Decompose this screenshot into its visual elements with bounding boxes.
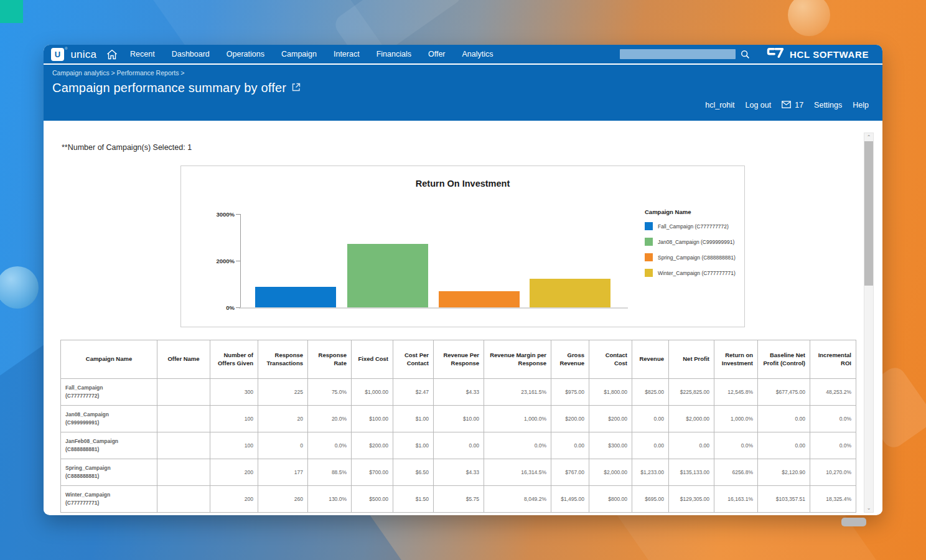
value-cell: 100 xyxy=(210,406,258,432)
offer-name-cell xyxy=(157,459,210,486)
report-content: **Number of Campaign(s) Selected: 1 Retu… xyxy=(44,121,882,514)
value-cell: $4.33 xyxy=(434,379,484,406)
home-icon[interactable] xyxy=(106,49,118,60)
offer-name-cell xyxy=(157,486,210,513)
campaign-name-cell: Jan08_Campaign(C999999991) xyxy=(61,406,157,432)
value-cell: $800.00 xyxy=(589,486,632,513)
app-window: U ® unica RecentDashboardOperationsCampa… xyxy=(44,45,882,515)
value-cell: 300 xyxy=(210,379,258,406)
nav-item-campaign[interactable]: Campaign xyxy=(281,50,317,58)
nav-items: RecentDashboardOperationsCampaignInterac… xyxy=(130,50,493,58)
help-link[interactable]: Help xyxy=(853,101,869,110)
bar-winter_campaign xyxy=(530,279,610,307)
column-header: Revenue Margin per Response xyxy=(484,340,551,379)
scroll-down-arrow-icon[interactable]: ⌄ xyxy=(864,504,873,512)
nav-item-analytics[interactable]: Analytics xyxy=(462,50,493,58)
value-cell: 0.00 xyxy=(632,406,669,432)
chart-legend: Campaign Name Fall_Campaign (C777777772)… xyxy=(645,208,743,284)
value-cell: $129,305.00 xyxy=(669,486,714,513)
nav-item-operations[interactable]: Operations xyxy=(227,50,264,58)
external-link-icon[interactable] xyxy=(291,82,301,95)
campaign-name-cell: Fall_Campaign(C777777772) xyxy=(61,379,157,406)
table-body: Fall_Campaign(C777777772)30022575.0%$1,0… xyxy=(61,379,856,513)
vertical-scrollbar[interactable]: ⌃ ⌄ xyxy=(864,133,874,513)
campaign-name-cell: Winter_Campaign(C777777771) xyxy=(61,486,157,513)
nav-item-dashboard[interactable]: Dashboard xyxy=(172,50,210,58)
value-cell: 0.0% xyxy=(810,406,856,432)
value-cell: 16,314.5% xyxy=(484,459,551,486)
legend-swatch xyxy=(645,253,653,261)
mail-count-badge: 17 xyxy=(795,101,803,110)
column-header: Revenue xyxy=(632,340,669,379)
column-header: Incremental ROI xyxy=(810,340,856,379)
nav-item-interact[interactable]: Interact xyxy=(334,50,360,58)
y-tick-label: 2000% xyxy=(210,258,235,264)
horizontal-scrollbar-fragment[interactable] xyxy=(841,518,866,526)
nav-item-offer[interactable]: Offer xyxy=(428,50,446,58)
value-cell: 48,253.2% xyxy=(810,379,856,406)
value-cell: 0.00 xyxy=(551,432,589,459)
unica-logo[interactable]: U ® unica xyxy=(51,48,96,61)
value-cell: $1,495.00 xyxy=(551,486,589,513)
value-cell: 1,000.0% xyxy=(484,406,551,432)
hcl-mark-icon xyxy=(766,47,785,61)
y-tick-label: 3000% xyxy=(210,211,235,218)
breadcrumb[interactable]: Campaign analytics > Performance Reports… xyxy=(52,69,882,77)
legend-items: Fall_Campaign (C777777772)Jan08_Campaign… xyxy=(645,222,743,277)
value-cell: $200.00 xyxy=(551,406,589,432)
value-cell: $500.00 xyxy=(352,486,393,513)
legend-item: Spring_Campaign (C888888881) xyxy=(645,253,743,261)
search-area xyxy=(620,49,750,59)
brand-text: unica xyxy=(70,48,96,61)
offer-name-cell xyxy=(157,379,210,406)
column-header: Gross Revenue xyxy=(551,340,589,379)
column-header: Net Profit xyxy=(669,340,714,379)
search-input[interactable] xyxy=(620,49,736,59)
y-axis-line xyxy=(240,214,241,308)
scrollbar-thumb[interactable] xyxy=(864,141,873,286)
legend-label: Fall_Campaign (C777777772) xyxy=(658,223,729,230)
legend-label: Spring_Campaign (C888888881) xyxy=(658,254,736,261)
value-cell: $300.00 xyxy=(589,432,632,459)
nav-item-recent[interactable]: Recent xyxy=(130,50,155,58)
value-cell: $2.47 xyxy=(393,379,434,406)
value-cell: $1,233.00 xyxy=(632,459,669,486)
value-cell: 0.00 xyxy=(632,432,669,459)
value-cell: $1.50 xyxy=(393,486,434,513)
y-tick-mark xyxy=(236,307,240,308)
logout-link[interactable]: Log out xyxy=(745,101,771,110)
value-cell: $1,000.00 xyxy=(352,379,393,406)
hcl-logo-text: HCL SOFTWARE xyxy=(790,49,869,60)
mail-notifications[interactable]: 17 xyxy=(782,100,803,111)
value-cell: 0.00 xyxy=(758,406,810,432)
value-cell: 0.0% xyxy=(484,432,551,459)
value-cell: $2,000.00 xyxy=(589,459,632,486)
table-row: Fall_Campaign(C777777772)30022575.0%$1,0… xyxy=(61,379,856,406)
title-band: Campaign analytics > Performance Reports… xyxy=(44,65,882,121)
value-cell: 0.00 xyxy=(434,432,484,459)
column-header: Return on Investment xyxy=(714,340,758,379)
column-header: Campaign Name xyxy=(61,340,157,379)
value-cell: 88.5% xyxy=(308,459,352,486)
unica-mark-icon: U xyxy=(51,48,64,61)
column-header: Contact Cost xyxy=(589,340,632,379)
value-cell: $10.00 xyxy=(434,406,484,432)
value-cell: $2,120.90 xyxy=(758,459,810,486)
value-cell: $975.00 xyxy=(551,379,589,406)
performance-table: Campaign NameOffer NameNumber of Offers … xyxy=(60,340,856,513)
hcl-software-logo: HCL SOFTWARE xyxy=(766,47,869,61)
value-cell: 0.0% xyxy=(714,432,758,459)
settings-link[interactable]: Settings xyxy=(814,101,842,110)
value-cell: $103,357.51 xyxy=(758,486,810,513)
user-name-link[interactable]: hcl_rohit xyxy=(705,101,734,110)
value-cell: $100.00 xyxy=(352,406,393,432)
mail-icon xyxy=(782,100,791,111)
scroll-up-arrow-icon[interactable]: ⌃ xyxy=(864,133,873,141)
value-cell: $695.00 xyxy=(632,486,669,513)
search-icon[interactable] xyxy=(741,50,750,59)
nav-item-financials[interactable]: Financials xyxy=(376,50,411,58)
value-cell: 8,049.2% xyxy=(484,486,551,513)
value-cell: $6.50 xyxy=(393,459,434,486)
legend-item: Fall_Campaign (C777777772) xyxy=(645,222,743,230)
legend-label: Winter_Campaign (C777777771) xyxy=(658,270,736,276)
